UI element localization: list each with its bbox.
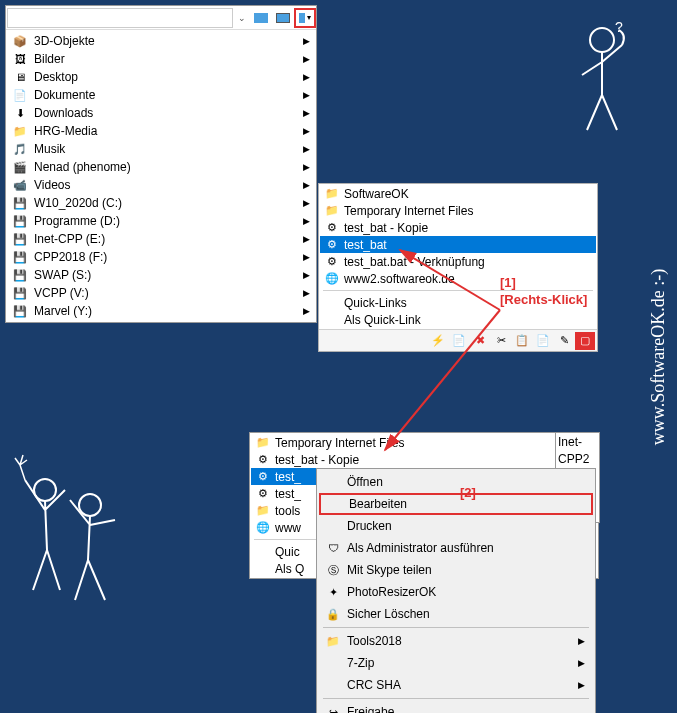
drive-list: 📦3D-Objekte▶🖼Bilder▶🖥Desktop▶📄Dokumente▶… (6, 30, 316, 322)
menu-item-label: Freigabe (347, 705, 394, 713)
drive-icon: 💾 (12, 268, 28, 282)
file-icon: ⚙ (324, 255, 340, 269)
submenu-arrow-icon: ▶ (303, 252, 310, 262)
context-menu-item[interactable]: Drucken (319, 515, 593, 537)
svg-text:?: ? (615, 20, 623, 35)
figure-dancing (5, 430, 145, 630)
svg-line-1 (385, 310, 500, 450)
menu-item-label: Öffnen (347, 475, 383, 489)
drive-icon: 💾 (12, 304, 28, 318)
submenu-arrow-icon: ▶ (303, 90, 310, 100)
submenu-arrow-icon: ▶ (303, 306, 310, 316)
submenu-arrow-icon: ▶ (303, 126, 310, 136)
context-menu-item[interactable]: ⓈMit Skype teilen (319, 559, 593, 581)
drive-item[interactable]: 📹Videos▶ (6, 176, 316, 194)
drive-item[interactable]: 🖥Desktop▶ (6, 68, 316, 86)
submenu-arrow-icon: ▶ (303, 270, 310, 280)
context-menu-item[interactable]: Bearbeiten (319, 493, 593, 515)
menu-item-icon: ↪ (325, 706, 341, 714)
drive-item[interactable]: 📦3D-Objekte▶ (6, 32, 316, 50)
menu-item-label: Drucken (347, 519, 392, 533)
submenu-arrow-icon: ▶ (578, 658, 585, 668)
drive-item[interactable]: 💾W10_2020d (C:)▶ (6, 194, 316, 212)
file-label: test_ (275, 470, 301, 484)
file-icon: 📁 (324, 204, 340, 218)
file-icon: 📁 (324, 187, 340, 201)
context-menu-item[interactable]: 🔒Sicher Löschen (319, 603, 593, 625)
drive-icon: 💾 (12, 250, 28, 264)
arrow-1 (380, 240, 580, 460)
context-menu: ÖffnenBearbeitenDrucken🛡Als Administrato… (316, 468, 596, 713)
context-menu-item[interactable]: 🛡Als Administrator ausführen (319, 537, 593, 559)
drive-icon: 📁 (12, 124, 28, 138)
file-item[interactable]: 📁SoftwareOK (320, 185, 596, 202)
view-icon-1[interactable] (250, 8, 272, 28)
file-label: test_bat - Kopie (275, 453, 359, 467)
file-icon: ⚙ (324, 238, 340, 252)
drive-label: VCPP (V:) (34, 286, 89, 300)
drive-label: Bilder (34, 52, 65, 66)
drive-icon: 📄 (12, 88, 28, 102)
submenu-arrow-icon: ▶ (303, 198, 310, 208)
submenu-arrow-icon: ▶ (578, 680, 585, 690)
drive-label: Nenad (phenome) (34, 160, 131, 174)
drive-item[interactable]: 📄Dokumente▶ (6, 86, 316, 104)
drive-icon: 💾 (12, 196, 28, 210)
menu-item-icon: Ⓢ (325, 563, 341, 578)
file-label: test_ (275, 487, 301, 501)
menu-item-label: Als Administrator ausführen (347, 541, 494, 555)
file-icon: ⚙ (255, 487, 271, 501)
drive-item[interactable]: 🎬Nenad (phenome)▶ (6, 158, 316, 176)
svg-point-2 (590, 28, 614, 52)
drive-icon: 💾 (12, 286, 28, 300)
address-input[interactable] (7, 8, 233, 28)
menu-item-label: Bearbeiten (349, 497, 407, 511)
drive-label: Desktop (34, 70, 78, 84)
menu-item-label: 7-Zip (347, 656, 374, 670)
menu-item-label: CRC SHA (347, 678, 401, 692)
drive-item[interactable]: 💾Programme (D:)▶ (6, 212, 316, 230)
drive-item[interactable]: 🖼Bilder▶ (6, 50, 316, 68)
menu-item-icon: 🔒 (325, 608, 341, 621)
drive-icon: 🎬 (12, 160, 28, 174)
drive-icon: 💾 (12, 232, 28, 246)
drive-item[interactable]: 🎵Musik▶ (6, 140, 316, 158)
submenu-arrow-icon: ▶ (303, 216, 310, 226)
submenu-arrow-icon: ▶ (303, 234, 310, 244)
drive-item[interactable]: 💾CPP2018 (F:)▶ (6, 248, 316, 266)
drive-icon: 🎵 (12, 142, 28, 156)
menu-item-label: Mit Skype teilen (347, 563, 432, 577)
drive-label: Dokumente (34, 88, 95, 102)
drive-label: Videos (34, 178, 70, 192)
drive-item[interactable]: 💾VCPP (V:)▶ (6, 284, 316, 302)
file-label: tools (275, 504, 300, 518)
address-dropdown-icon[interactable]: ⌄ (234, 13, 250, 23)
drive-label: Inet-CPP (E:) (34, 232, 105, 246)
context-menu-item[interactable]: CRC SHA▶ (319, 674, 593, 696)
drive-icon: 🖼 (12, 52, 28, 66)
context-menu-item[interactable]: ✦PhotoResizerOK (319, 581, 593, 603)
address-bar: ⌄ ▾ (6, 6, 316, 30)
menu-item-label: Tools2018 (347, 634, 402, 648)
context-menu-item[interactable]: Öffnen (319, 471, 593, 493)
view-icon-2[interactable] (272, 8, 294, 28)
svg-point-5 (79, 494, 101, 516)
menu-separator (323, 698, 589, 699)
drive-item[interactable]: 💾SWAP (S:)▶ (6, 266, 316, 284)
drive-icon: 📦 (12, 34, 28, 48)
annotation-1b: [Rechts-Klick] (500, 292, 587, 307)
drive-item[interactable]: 💾Inet-CPP (E:)▶ (6, 230, 316, 248)
context-menu-item[interactable]: 📁Tools2018▶ (319, 630, 593, 652)
menu-separator (323, 627, 589, 628)
file-item[interactable]: ⚙test_bat - Kopie (320, 219, 596, 236)
context-menu-item[interactable]: 7-Zip▶ (319, 652, 593, 674)
submenu-arrow-icon: ▶ (578, 636, 585, 646)
context-menu-item[interactable]: ↪Freigabe (319, 701, 593, 713)
drive-item[interactable]: ⬇Downloads▶ (6, 104, 316, 122)
watermark: www.SoftwareOK.de :-) (648, 268, 669, 444)
monitor-dropdown-icon[interactable]: ▾ (294, 8, 316, 28)
drive-item[interactable]: 💾Marvel (Y:)▶ (6, 302, 316, 320)
drive-item[interactable]: 📁HRG-Media▶ (6, 122, 316, 140)
drive-dropdown-panel: ⌄ ▾ 📦3D-Objekte▶🖼Bilder▶🖥Desktop▶📄Dokume… (5, 5, 317, 323)
file-item[interactable]: 📁Temporary Internet Files (320, 202, 596, 219)
